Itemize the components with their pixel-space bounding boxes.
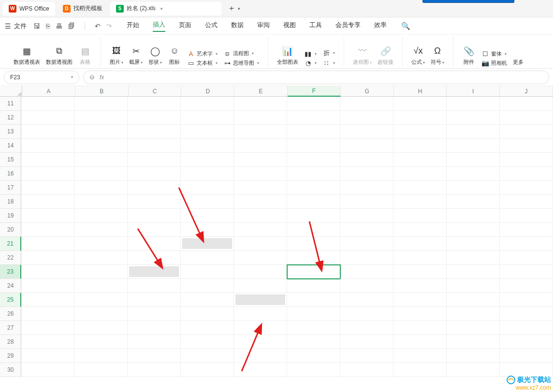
cell-J27[interactable] [500, 321, 553, 335]
row-header-22[interactable]: 22 [0, 251, 21, 265]
cell-A11[interactable] [21, 97, 74, 111]
cell-A29[interactable] [21, 349, 74, 363]
cell-H21[interactable] [393, 237, 447, 251]
redo-icon[interactable]: ↷ [106, 22, 112, 30]
cell-C24[interactable] [128, 279, 181, 293]
cell-J25[interactable] [500, 293, 553, 307]
cell-H11[interactable] [393, 97, 447, 111]
menu-插入[interactable]: 插入 [153, 20, 165, 32]
picture-button[interactable]: 🖼图片▾ [107, 44, 126, 67]
print-preview-icon[interactable]: 🗐 [68, 22, 75, 30]
col-header-G[interactable]: G [341, 86, 394, 97]
row-header-12[interactable]: 12 [0, 111, 21, 125]
cell-E30[interactable] [234, 363, 287, 377]
cell-F26[interactable] [287, 307, 340, 321]
cell-J19[interactable] [500, 209, 553, 223]
cell-A23[interactable] [21, 265, 74, 279]
menu-会员专享[interactable]: 会员专享 [335, 21, 361, 31]
cell-J17[interactable] [500, 181, 553, 195]
col-header-C[interactable]: C [129, 86, 182, 97]
cell-B19[interactable] [74, 209, 128, 223]
cell-C19[interactable] [128, 209, 181, 223]
formula-bar[interactable]: ⊖ fx [83, 71, 549, 84]
cell-C20[interactable] [128, 223, 181, 237]
cell-J30[interactable] [500, 363, 553, 377]
cell-C30[interactable] [128, 363, 181, 377]
cell-A16[interactable] [21, 167, 74, 181]
cell-E15[interactable] [234, 153, 287, 167]
row-header-20[interactable]: 20 [0, 223, 21, 237]
cell-G11[interactable] [340, 97, 393, 111]
camera-button[interactable]: 📷照相机 [481, 59, 507, 67]
cell-I20[interactable] [447, 223, 500, 237]
cell-J18[interactable] [500, 195, 553, 209]
cell-G17[interactable] [340, 181, 393, 195]
col-header-I[interactable]: I [447, 86, 500, 97]
bar-chart-button[interactable]: ▮▮▾ [304, 50, 317, 58]
cell-A27[interactable] [21, 321, 74, 335]
cell-I27[interactable] [447, 321, 500, 335]
cell-E24[interactable] [234, 279, 287, 293]
save-icon[interactable]: 🖫 [33, 22, 40, 30]
cell-G20[interactable] [340, 223, 393, 237]
cell-A14[interactable] [21, 139, 74, 153]
cell-I13[interactable] [447, 125, 500, 139]
cell-F25[interactable] [287, 293, 340, 307]
cell-H19[interactable] [393, 209, 447, 223]
cell-A13[interactable] [21, 125, 74, 139]
cell-H12[interactable] [393, 111, 447, 125]
fx-icon[interactable]: fx [100, 74, 104, 81]
cell-D25[interactable] [181, 293, 234, 307]
cell-D18[interactable] [181, 195, 234, 209]
cell-E27[interactable] [234, 321, 287, 335]
tab-document[interactable]: S 姓名 (2).xls • [110, 2, 221, 15]
cell-F28[interactable] [287, 335, 340, 349]
cell-D13[interactable] [181, 125, 234, 139]
cell-H28[interactable] [393, 335, 447, 349]
cell-C25[interactable] [128, 293, 181, 307]
cell-G19[interactable] [340, 209, 393, 223]
cell-A12[interactable] [21, 111, 74, 125]
cell-E14[interactable] [234, 139, 287, 153]
cell-B22[interactable] [74, 251, 128, 265]
cell-J22[interactable] [500, 251, 553, 265]
cell-H16[interactable] [393, 167, 447, 181]
cell-B18[interactable] [74, 195, 128, 209]
cell-D22[interactable] [181, 251, 234, 265]
cell-E25[interactable] [234, 293, 287, 307]
menu-视图[interactable]: 视图 [283, 21, 296, 31]
cell-G24[interactable] [340, 279, 393, 293]
cell-G15[interactable] [340, 153, 393, 167]
cell-C14[interactable] [128, 139, 181, 153]
cell-G22[interactable] [340, 251, 393, 265]
row-header-25[interactable]: 25 [0, 293, 21, 307]
row-header-29[interactable]: 29 [0, 349, 21, 363]
cancel-icon[interactable]: ⊖ [89, 73, 95, 81]
row-header-17[interactable]: 17 [0, 181, 21, 195]
cell-F16[interactable] [287, 167, 340, 181]
row-header-21[interactable]: 21 [0, 237, 21, 251]
mindmap-button[interactable]: ⊶思维导图▾ [223, 59, 259, 67]
row-header-11[interactable]: 11 [0, 97, 21, 111]
cell-C29[interactable] [128, 349, 181, 363]
menu-工具[interactable]: 工具 [309, 21, 322, 31]
cell-F13[interactable] [287, 125, 340, 139]
tab-templates[interactable]: D 找稻壳模板 [57, 2, 108, 15]
cell-F30[interactable] [287, 363, 340, 377]
col-header-F[interactable]: F [288, 86, 341, 97]
cell-F27[interactable] [287, 321, 340, 335]
scatter-chart-button[interactable]: ∷▾ [322, 59, 335, 67]
cell-B14[interactable] [74, 139, 128, 153]
cell-B12[interactable] [74, 111, 128, 125]
cell-H30[interactable] [393, 363, 447, 377]
cell-I19[interactable] [447, 209, 500, 223]
col-header-B[interactable]: B [75, 86, 129, 97]
cell-H13[interactable] [393, 125, 447, 139]
pivot-table-button[interactable]: ▦数据透视表 [11, 44, 43, 67]
cell-I15[interactable] [447, 153, 500, 167]
cell-B13[interactable] [74, 125, 128, 139]
cell-J28[interactable] [500, 335, 553, 349]
search-icon[interactable]: 🔍 [401, 22, 410, 30]
cell-E28[interactable] [234, 335, 287, 349]
cell-D26[interactable] [181, 307, 234, 321]
